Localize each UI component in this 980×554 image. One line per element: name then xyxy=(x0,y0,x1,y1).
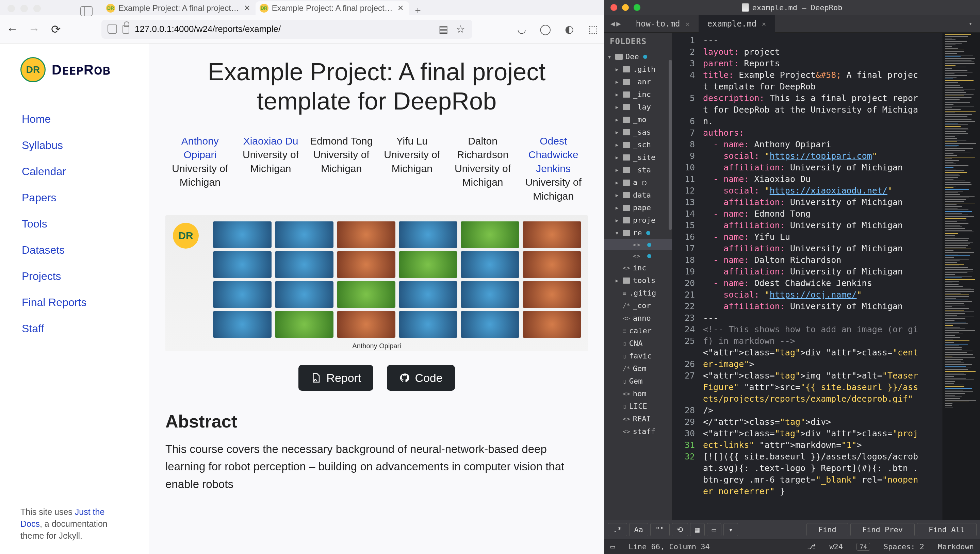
url-input[interactable] xyxy=(135,24,432,34)
teaser-cell xyxy=(461,311,519,338)
tab-close-icon[interactable]: ✕ xyxy=(242,4,252,13)
lock-icon[interactable] xyxy=(123,25,129,33)
sidebar-link-papers[interactable]: Papers xyxy=(0,185,149,211)
tree-row[interactable]: ▯LICE xyxy=(604,400,672,412)
sidebar-link-calendar[interactable]: Calendar xyxy=(0,159,149,185)
sidebar-link-staff[interactable]: Staff xyxy=(0,315,149,342)
status-branch[interactable]: w24 xyxy=(829,543,843,551)
minimize-window-button[interactable] xyxy=(21,5,28,12)
find-regex-toggle[interactable]: .* xyxy=(608,523,627,536)
tree-row[interactable]: <>anno xyxy=(604,312,672,325)
author-name[interactable]: Xiaoxiao Du xyxy=(236,134,306,148)
tree-row[interactable]: <>hom xyxy=(604,387,672,400)
tree-row[interactable]: ▾re xyxy=(604,226,672,239)
bookmark-star-icon[interactable]: ☆ xyxy=(455,24,466,35)
code-editor[interactable]: ---layout: projectparent: Reportstitle: … xyxy=(700,33,943,520)
pocket-icon[interactable]: ◡ xyxy=(516,24,527,35)
forward-button[interactable]: → xyxy=(27,22,41,36)
code-button[interactable]: Code xyxy=(387,365,455,391)
tab-close-icon[interactable]: ✕ xyxy=(762,20,766,28)
sidebar-toggle-icon[interactable] xyxy=(80,6,92,16)
tree-row[interactable]: ▯CNA xyxy=(604,337,672,350)
find-selection-toggle[interactable]: ▭ xyxy=(707,523,721,536)
history-forward-icon[interactable]: ▶ xyxy=(616,19,621,28)
sidebar-link-datasets[interactable]: Datasets xyxy=(0,237,149,263)
find-word-toggle[interactable]: "" xyxy=(650,523,670,536)
tab-close-icon[interactable]: ✕ xyxy=(686,20,690,28)
tree-row[interactable]: ▯Gem xyxy=(604,375,672,387)
find-wrap-toggle[interactable]: ⟲ xyxy=(672,523,688,536)
reader-mode-icon[interactable]: ▤ xyxy=(438,24,449,35)
close-window-button[interactable] xyxy=(610,4,617,11)
tree-row[interactable]: <>inc xyxy=(604,261,672,274)
tree-row[interactable]: ▸a ○ xyxy=(604,176,672,189)
minimap[interactable] xyxy=(943,33,980,520)
tree-row[interactable]: ▸_mo xyxy=(604,113,672,126)
tab-overflow-icon[interactable]: ▾ xyxy=(964,17,977,30)
find-prev-button[interactable]: Find Prev xyxy=(850,523,915,536)
back-button[interactable]: ← xyxy=(5,22,19,36)
tab-active[interactable]: DR Example Project: A final project… ✕ xyxy=(255,2,409,15)
teaser-cell xyxy=(461,281,519,308)
tree-row[interactable]: <> xyxy=(604,250,672,261)
status-lang[interactable]: Markdown xyxy=(938,543,974,551)
tree-row[interactable]: ▸_inc xyxy=(604,88,672,101)
find-button[interactable]: Find xyxy=(806,523,848,536)
extensions-menu-icon[interactable]: ⬚ xyxy=(587,24,599,35)
author-name[interactable]: Odest Chadwicke Jenkins xyxy=(519,134,588,176)
status-spaces[interactable]: Spaces: 2 xyxy=(884,543,924,551)
sidebar-link-projects[interactable]: Projects xyxy=(0,263,149,290)
tree-row[interactable]: /*_cor xyxy=(604,299,672,312)
tree-row[interactable]: ▸proje xyxy=(604,214,672,226)
extension-icon[interactable]: ◐ xyxy=(564,24,575,35)
reload-button[interactable]: ⟳ xyxy=(49,22,63,36)
tree-row[interactable]: /*Gem xyxy=(604,362,672,375)
sidebar-link-syllabus[interactable]: Syllabus xyxy=(0,132,149,159)
tree-row[interactable]: ▸data xyxy=(604,189,672,201)
tree-row[interactable]: ▸tools xyxy=(604,274,672,287)
history-back-icon[interactable]: ◀ xyxy=(610,19,615,28)
tree-row[interactable]: ▸_sas xyxy=(604,126,672,138)
tree-row[interactable]: ▸.gith xyxy=(604,63,672,75)
site-logo[interactable]: DR DᴇᴇᴘRᴏʙ xyxy=(0,43,149,92)
status-line-col[interactable]: Line 66, Column 34 xyxy=(628,543,709,551)
file-tab[interactable]: how-to.md ✕ xyxy=(627,15,699,33)
tab-close-icon[interactable]: ✕ xyxy=(396,4,405,13)
find-case-toggle[interactable]: Aa xyxy=(629,523,649,536)
file-file-icon: ▯ xyxy=(623,377,626,385)
author-name[interactable]: Anthony Opipari xyxy=(166,134,235,162)
find-all-button[interactable]: Find All xyxy=(917,523,977,536)
tree-row[interactable]: ▸_site xyxy=(604,151,672,164)
status-changes[interactable]: 74 xyxy=(856,543,870,551)
tree-row[interactable]: ▸_anr xyxy=(604,75,672,88)
find-highlight-toggle[interactable]: ▦ xyxy=(690,523,705,536)
file-tab-active[interactable]: example.md ✕ xyxy=(699,15,775,33)
tree-row[interactable]: ▸pape xyxy=(604,201,672,214)
report-button[interactable]: Report xyxy=(298,365,373,391)
sidebar-link-home[interactable]: Home xyxy=(0,106,149,132)
tree-row[interactable]: ▸_sta xyxy=(604,164,672,176)
panel-switch-icon[interactable]: ▭ xyxy=(610,543,615,551)
sidebar-link-final-reports[interactable]: Final Reports xyxy=(0,290,149,315)
tree-row[interactable]: <>REAI xyxy=(604,412,672,425)
tree-row[interactable]: ▸_sch xyxy=(604,138,672,151)
url-bar[interactable]: ▤ ☆ xyxy=(101,20,472,39)
tree-row[interactable]: ▾Dee xyxy=(604,50,672,63)
tree-row[interactable]: ≡.gitig xyxy=(604,287,672,299)
minimize-window-button[interactable] xyxy=(622,4,629,11)
maximize-window-button[interactable] xyxy=(634,4,641,11)
find-dropdown[interactable]: ▾ xyxy=(723,523,738,536)
tree-row[interactable]: ▯favic xyxy=(604,350,672,362)
tree-row[interactable]: ≡caler xyxy=(604,325,672,337)
maximize-window-button[interactable] xyxy=(33,5,41,12)
new-tab-button[interactable]: ＋ xyxy=(413,5,422,15)
close-window-button[interactable] xyxy=(8,5,15,12)
account-icon[interactable]: ◯ xyxy=(540,24,551,35)
folders-scrollbar[interactable] xyxy=(669,60,672,230)
shield-icon[interactable] xyxy=(108,24,117,34)
sidebar-link-tools[interactable]: Tools xyxy=(0,211,149,237)
tab-inactive[interactable]: DR Example Project: A final project… ✕ xyxy=(102,2,255,15)
tree-row[interactable]: <>staff xyxy=(604,425,672,438)
tree-row[interactable]: ▸_lay xyxy=(604,101,672,113)
tree-row[interactable]: <> xyxy=(604,239,672,250)
